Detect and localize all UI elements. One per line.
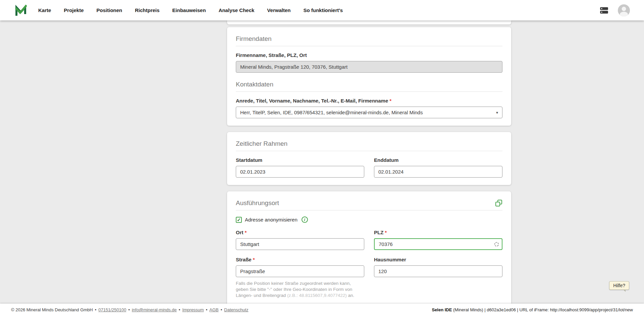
strasse-field: Straße* Falls die Position keiner Straße… [236,257,364,299]
enddatum-label: Enddatum [374,157,502,163]
nav-menu: Karte Projekte Positionen Richtpreis Ein… [38,7,343,13]
nav-item-richtpreis[interactable]: Richtpreis [135,7,159,13]
footer-agb-link[interactable]: AGB [209,307,218,312]
footer-brand-text: Selen IDE [432,307,452,312]
contact-field-label: Anrede, Titel, Vorname, Nachname, Tel.-N… [236,98,502,104]
ausfuehrungsort-card: Ausführungsort ✓ Adresse anonymisieren i… [227,191,511,306]
divider [236,91,502,92]
divider [236,46,502,46]
firmendaten-title: Firmendaten [236,35,502,43]
separator: • [95,307,97,312]
hausnummer-input[interactable] [374,265,502,277]
strasse-label: Straße* [236,257,364,262]
required-marker: * [385,230,387,235]
separator: • [206,307,208,312]
company-readonly-input[interactable] [236,61,502,73]
avatar-body-shape [620,12,628,16]
footer-env-text: (Mineral Minds) | d602a3e1ed06 | URL of … [452,307,633,312]
separator: • [221,307,222,312]
form-content-column: Firmendaten Firmenname, Straße, PLZ, Ort… [227,20,511,316]
plz-label-text: PLZ [374,230,383,235]
strasse-label-text: Straße [236,257,252,262]
footer-left: © 2026 Mineral Minds Deutschland GmbH • … [11,307,249,312]
chevron-down-icon: ▾ [496,110,498,115]
footer-impressum-link[interactable]: Impressum [182,307,204,312]
avatar-head-shape [622,7,626,11]
nav-item-einbauweisen[interactable]: Einbauweisen [172,7,206,13]
anonymize-checkbox[interactable]: ✓ [236,217,242,223]
required-marker: * [253,257,255,262]
contact-field-label-text: Anrede, Titel, Vorname, Nachname, Tel.-N… [236,98,388,104]
divider [236,151,502,151]
ort-field: Ort* [236,230,364,250]
ort-label-text: Ort [236,230,244,235]
enddatum-field: Enddatum [374,157,502,178]
hausnummer-label: Hausnummer [374,257,502,262]
startdatum-label: Startdatum [236,157,364,163]
contact-select[interactable]: Herr, TitelP, Selen, IDE, 0987/654321, s… [236,107,502,118]
strasse-hint-text: Falls die Position keiner Straße zugeord… [236,280,364,299]
nav-item-projekte[interactable]: Projekte [64,7,84,13]
zeitlicher-rahmen-card: Zeitlicher Rahmen Startdatum Enddatum [227,132,511,185]
user-avatar[interactable] [618,4,630,16]
app-logo[interactable] [15,4,27,16]
top-navigation: Karte Projekte Positionen Richtpreis Ein… [0,0,644,20]
footer-right: Selen IDE (Mineral Minds) | d602a3e1ed06… [432,307,633,312]
zeitraum-title: Zeitlicher Rahmen [236,140,502,147]
server-icon[interactable] [599,6,609,15]
copyright-text: © 2026 Mineral Minds Deutschland GmbH [11,307,93,312]
required-marker: * [245,230,247,235]
anonymize-address-row: ✓ Adresse anonymisieren i [236,216,502,223]
enddatum-input[interactable] [374,166,502,178]
plz-label: PLZ* [374,230,502,235]
nav-item-so-funktionierts[interactable]: So funktioniert's [303,7,343,13]
nav-item-analyse-check[interactable]: Analyse Check [219,7,255,13]
nav-right-section [599,4,644,16]
footer: © 2026 Mineral Minds Deutschland GmbH • … [0,304,644,316]
previous-card-partial [227,20,511,24]
nav-item-karte[interactable]: Karte [38,7,51,13]
plz-field: PLZ* [374,230,502,250]
footer-phone-link[interactable]: 07151/250100 [98,307,126,312]
separator: • [179,307,180,312]
footer-datenschutz-link[interactable]: Datenschutz [224,307,248,312]
hausnummer-field: Hausnummer [374,257,502,299]
startdatum-field: Startdatum [236,157,364,178]
company-field-label: Firmenname, Straße, PLZ, Ort [236,52,502,58]
help-button[interactable]: Hilfe? [609,281,629,290]
separator: • [128,307,130,312]
ort-label: Ort* [236,230,364,235]
anonymize-checkbox-label: Adresse anonymisieren [245,217,298,223]
plz-input[interactable] [374,238,502,250]
info-icon[interactable]: i [302,216,308,223]
divider [236,210,502,210]
nav-item-verwalten[interactable]: Verwalten [267,7,290,13]
nav-item-positionen[interactable]: Positionen [97,7,122,13]
firmendaten-card: Firmendaten Firmenname, Straße, PLZ, Ort… [227,27,511,126]
contact-select-value: Herr, TitelP, Selen, IDE, 0987/654321, s… [240,110,423,115]
strasse-input[interactable] [236,265,364,277]
ort-input[interactable] [236,238,364,250]
footer-email-link[interactable]: info@mineral-minds.de [132,307,177,312]
copy-icon[interactable] [495,199,502,208]
kontaktdaten-title: Kontaktdaten [236,81,502,88]
hint-coords-example: (z.B.: 48.8115607,9.4077422) [287,293,347,298]
hint-suffix-text: an. [347,293,355,298]
mineral-minds-logo-icon [15,4,27,16]
required-marker: * [389,98,391,104]
startdatum-input[interactable] [236,166,364,178]
ausfuehrungsort-title: Ausführungsort [236,199,279,207]
